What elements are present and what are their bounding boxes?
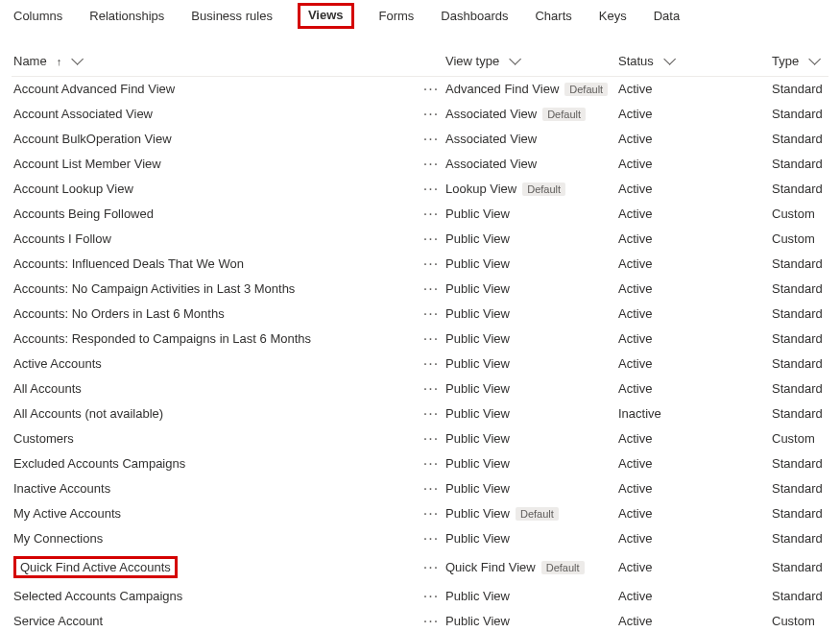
table-row[interactable]: Active Accounts···Public ViewActiveStand…: [12, 352, 828, 377]
row-more-button[interactable]: ···: [417, 430, 445, 448]
tab-label: Forms: [379, 9, 415, 23]
row-more-button[interactable]: ···: [417, 559, 445, 576]
column-header-view-type[interactable]: View type: [445, 54, 618, 68]
row-more-button[interactable]: ···: [417, 156, 445, 173]
cell-name[interactable]: All Accounts (not available): [13, 401, 417, 425]
cell-name[interactable]: Selected Accounts Campaigns: [13, 584, 417, 608]
table-row[interactable]: Accounts: Responded to Campaigns in Last…: [12, 327, 828, 352]
cell-status: Active: [618, 456, 772, 471]
tab-keys[interactable]: Keys: [597, 5, 629, 29]
table-row[interactable]: Accounts I Follow···Public ViewActiveCus…: [12, 227, 828, 252]
row-more-button[interactable]: ···: [417, 613, 445, 630]
row-more-button[interactable]: ···: [417, 530, 445, 547]
cell-name[interactable]: Accounts: Responded to Campaigns in Last…: [13, 327, 417, 351]
tab-columns[interactable]: Columns: [12, 5, 64, 29]
tab-charts[interactable]: Charts: [533, 5, 573, 29]
table-row[interactable]: Excluded Accounts Campaigns···Public Vie…: [12, 451, 828, 476]
cell-name[interactable]: All Accounts: [13, 377, 417, 401]
cell-name[interactable]: Accounts: No Orders in Last 6 Months: [13, 302, 417, 326]
row-more-button[interactable]: ···: [417, 280, 445, 298]
table-row[interactable]: Service Account···Public ViewActiveCusto…: [12, 609, 828, 632]
row-more-button[interactable]: ···: [417, 106, 445, 123]
cell-name[interactable]: Accounts I Follow: [13, 227, 417, 251]
cell-view-type: Public View: [445, 431, 618, 446]
tab-relationships[interactable]: Relationships: [87, 5, 166, 29]
view-type-label: Associated View: [445, 157, 537, 171]
cell-name[interactable]: My Active Accounts: [13, 501, 417, 525]
table-row[interactable]: Account Associated View···Associated Vie…: [12, 102, 828, 127]
table-row[interactable]: My Active Accounts···Public ViewDefaultA…: [12, 501, 828, 526]
cell-name[interactable]: Account Advanced Find View: [13, 77, 417, 101]
column-header-name[interactable]: Name: [13, 54, 417, 68]
default-badge: Default: [522, 182, 565, 196]
view-type-label: Public View: [445, 506, 510, 521]
row-name-label: Account Associated View: [13, 107, 153, 121]
row-name-label: All Accounts: [13, 381, 82, 396]
row-more-button[interactable]: ···: [417, 206, 445, 223]
table-row[interactable]: Accounts Being Followed···Public ViewAct…: [12, 202, 828, 227]
tab-data[interactable]: Data: [652, 5, 682, 29]
row-more-button[interactable]: ···: [417, 231, 445, 248]
row-more-button[interactable]: ···: [417, 305, 445, 323]
tab-business-rules[interactable]: Business rules: [189, 5, 275, 29]
cell-name[interactable]: My Connections: [13, 526, 417, 550]
row-more-button[interactable]: ···: [417, 330, 445, 348]
cell-name[interactable]: Accounts: Influenced Deals That We Won: [13, 252, 417, 276]
row-more-button[interactable]: ···: [417, 480, 445, 498]
tab-views[interactable]: Views: [298, 3, 354, 29]
table-row[interactable]: Accounts: No Orders in Last 6 Months···P…: [12, 302, 828, 327]
cell-name[interactable]: Customers: [13, 426, 417, 450]
table-row[interactable]: Account Advanced Find View···Advanced Fi…: [12, 77, 828, 102]
default-badge: Default: [541, 561, 585, 574]
cell-name[interactable]: Inactive Accounts: [13, 476, 417, 500]
cell-name[interactable]: Service Account: [13, 609, 417, 632]
cell-type: Standard: [772, 281, 827, 296]
cell-type: Standard: [772, 506, 827, 521]
table-row[interactable]: Customers···Public ViewActiveCustom: [12, 426, 828, 451]
cell-status: Active: [618, 481, 772, 496]
tab-forms[interactable]: Forms: [377, 5, 417, 29]
cell-name[interactable]: Account Associated View: [13, 102, 417, 126]
table-row[interactable]: Accounts: No Campaign Activities in Last…: [12, 277, 828, 302]
row-name-label: Selected Accounts Campaigns: [13, 589, 182, 603]
cell-name[interactable]: Quick Find Active Accounts: [13, 551, 417, 583]
cell-name[interactable]: Accounts: No Campaign Activities in Last…: [13, 277, 417, 301]
cell-name[interactable]: Excluded Accounts Campaigns: [13, 451, 417, 475]
table-row[interactable]: All Accounts···Public ViewActiveStandard: [12, 377, 828, 401]
row-more-button[interactable]: ···: [417, 255, 445, 273]
row-name-label: Account Lookup View: [13, 182, 133, 196]
cell-name[interactable]: Account BulkOperation View: [13, 127, 417, 151]
row-more-button[interactable]: ···: [417, 455, 445, 473]
column-header-type[interactable]: Type: [772, 54, 827, 68]
cell-name[interactable]: Account List Member View: [13, 152, 417, 176]
cell-name[interactable]: Account Lookup View: [13, 177, 417, 201]
row-more-button[interactable]: ···: [417, 81, 445, 98]
column-header-status[interactable]: Status: [618, 54, 772, 68]
chevron-down-icon: [804, 54, 817, 68]
row-more-button[interactable]: ···: [417, 405, 445, 423]
table-row[interactable]: My Connections···Public ViewActiveStanda…: [12, 526, 828, 551]
row-more-button[interactable]: ···: [417, 588, 445, 605]
table-row[interactable]: Account List Member View···Associated Vi…: [12, 152, 828, 177]
row-more-button[interactable]: ···: [417, 131, 445, 148]
row-more-button[interactable]: ···: [417, 181, 445, 198]
table-row[interactable]: Account Lookup View···Lookup ViewDefault…: [12, 177, 828, 202]
row-name-label: Accounts Being Followed: [13, 207, 154, 221]
row-more-button[interactable]: ···: [417, 380, 445, 398]
tab-dashboards[interactable]: Dashboards: [439, 5, 510, 29]
table-row[interactable]: Selected Accounts Campaigns···Public Vie…: [12, 584, 828, 609]
chevron-down-icon: [505, 54, 517, 68]
table-row[interactable]: Quick Find Active Accounts···Quick Find …: [12, 551, 828, 584]
table-row[interactable]: Accounts: Influenced Deals That We Won··…: [12, 252, 828, 277]
cell-status: Active: [618, 132, 772, 146]
row-more-button[interactable]: ···: [417, 505, 445, 523]
table-row[interactable]: Account BulkOperation View···Associated …: [12, 127, 828, 152]
row-more-button[interactable]: ···: [417, 355, 445, 373]
cell-status: Active: [618, 356, 772, 371]
table-row[interactable]: All Accounts (not available)···Public Vi…: [12, 401, 828, 426]
table-row[interactable]: Inactive Accounts···Public ViewActiveSta…: [12, 476, 828, 501]
cell-view-type: Advanced Find ViewDefault: [445, 82, 618, 96]
cell-name[interactable]: Active Accounts: [13, 352, 417, 376]
cell-name[interactable]: Accounts Being Followed: [13, 202, 417, 226]
row-name-label: Excluded Accounts Campaigns: [13, 456, 185, 471]
